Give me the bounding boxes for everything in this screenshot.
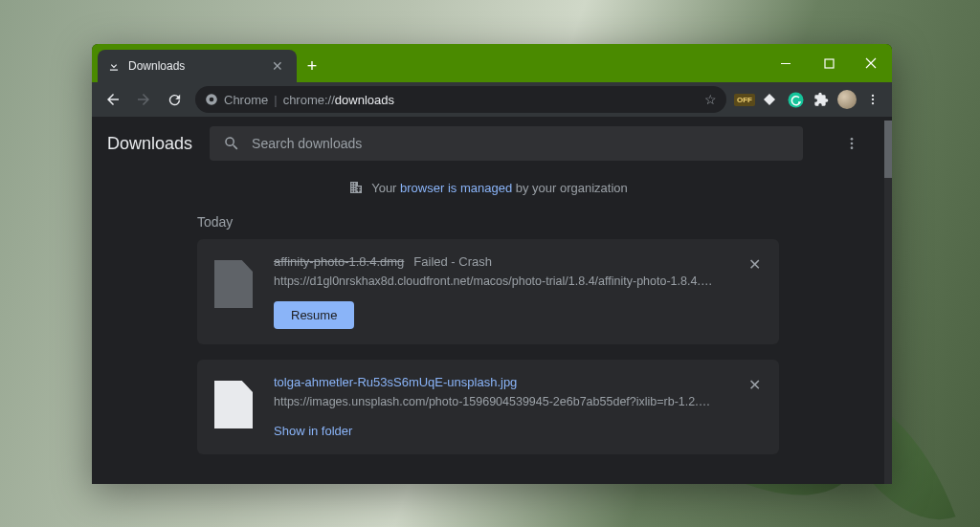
new-tab-button[interactable]: + bbox=[299, 53, 325, 79]
extensions-row: OFF bbox=[734, 88, 884, 111]
svg-point-9 bbox=[851, 143, 854, 145]
back-button[interactable] bbox=[100, 86, 126, 113]
downloads-list: Today affinity-photo-1.8.4.dmg Failed - … bbox=[92, 201, 884, 454]
date-header: Today bbox=[197, 201, 779, 239]
svg-point-10 bbox=[851, 146, 854, 149]
download-filename[interactable]: tolga-ahmetler-Ru53sS6mUqE-unsplash.jpg bbox=[274, 375, 517, 389]
show-in-folder-link[interactable]: Show in folder bbox=[274, 424, 352, 438]
managed-banner: Your browser is managed by your organiza… bbox=[92, 170, 884, 201]
chrome-window: Downloads ✕ + Chrome | chrome://download… bbox=[92, 44, 892, 484]
download-source-url: https://d1gl0nrskhax8d.cloudfront.net/ma… bbox=[274, 274, 714, 288]
download-status: Failed - Crash bbox=[413, 254, 492, 269]
address-bar: Chrome | chrome://downloads ☆ OFF bbox=[92, 82, 892, 117]
download-source-url: https://images.unsplash.com/photo-159690… bbox=[274, 395, 714, 408]
svg-point-7 bbox=[872, 102, 874, 104]
chip-separator: | bbox=[274, 93, 277, 107]
url-display: chrome://downloads bbox=[283, 93, 394, 107]
extension-off-badge[interactable]: OFF bbox=[734, 94, 755, 106]
svg-rect-1 bbox=[825, 59, 834, 68]
managed-text: Your browser is managed by your organiza… bbox=[371, 181, 628, 195]
window-controls bbox=[766, 44, 892, 82]
file-icon bbox=[214, 381, 253, 428]
search-placeholder: Search downloads bbox=[252, 136, 362, 151]
bookmark-star-icon[interactable]: ☆ bbox=[704, 92, 717, 107]
svg-rect-0 bbox=[781, 63, 791, 64]
chrome-chip: Chrome bbox=[205, 93, 268, 107]
chip-label: Chrome bbox=[224, 93, 268, 107]
remove-download-button[interactable]: ✕ bbox=[743, 253, 766, 275]
building-icon bbox=[348, 180, 364, 195]
search-icon bbox=[223, 135, 240, 152]
extension-tag-icon[interactable] bbox=[758, 88, 781, 111]
svg-point-6 bbox=[872, 99, 874, 100]
profile-avatar[interactable] bbox=[835, 88, 858, 111]
minimize-button[interactable] bbox=[766, 44, 808, 82]
reload-button[interactable] bbox=[161, 86, 188, 113]
scrollbar-track[interactable] bbox=[884, 121, 892, 484]
maximize-button[interactable] bbox=[808, 44, 850, 82]
extensions-puzzle-icon[interactable] bbox=[810, 88, 833, 111]
file-icon bbox=[214, 260, 253, 308]
svg-point-8 bbox=[851, 138, 854, 141]
extension-grammarly-icon[interactable] bbox=[784, 88, 807, 111]
page-title: Downloads bbox=[107, 134, 192, 154]
tab-title: Downloads bbox=[128, 59, 260, 73]
omnibox[interactable]: Chrome | chrome://downloads ☆ bbox=[195, 86, 726, 113]
page-more-button[interactable] bbox=[835, 126, 869, 161]
download-item: affinity-photo-1.8.4.dmg Failed - Crash … bbox=[197, 239, 779, 344]
managed-link[interactable]: browser is managed bbox=[400, 181, 512, 195]
svg-point-3 bbox=[210, 98, 214, 102]
window-close-button[interactable] bbox=[850, 44, 892, 82]
svg-point-5 bbox=[872, 95, 874, 97]
download-icon bbox=[107, 59, 121, 73]
download-item: tolga-ahmetler-Ru53sS6mUqE-unsplash.jpg … bbox=[197, 360, 779, 454]
forward-button[interactable] bbox=[130, 86, 157, 113]
download-filename[interactable]: affinity-photo-1.8.4.dmg bbox=[274, 254, 404, 269]
titlebar: Downloads ✕ + bbox=[92, 44, 892, 82]
search-downloads-input[interactable]: Search downloads bbox=[210, 126, 803, 161]
scrollbar-thumb[interactable] bbox=[884, 121, 892, 178]
downloads-page: Downloads Search downloads Your browser … bbox=[92, 117, 884, 484]
remove-download-button[interactable]: ✕ bbox=[743, 373, 766, 396]
browser-tab[interactable]: Downloads ✕ bbox=[98, 50, 297, 82]
page-toolbar: Downloads Search downloads bbox=[92, 117, 884, 170]
resume-button[interactable]: Resume bbox=[274, 301, 354, 329]
chrome-menu-button[interactable] bbox=[861, 88, 884, 111]
tab-close-button[interactable]: ✕ bbox=[268, 57, 287, 75]
